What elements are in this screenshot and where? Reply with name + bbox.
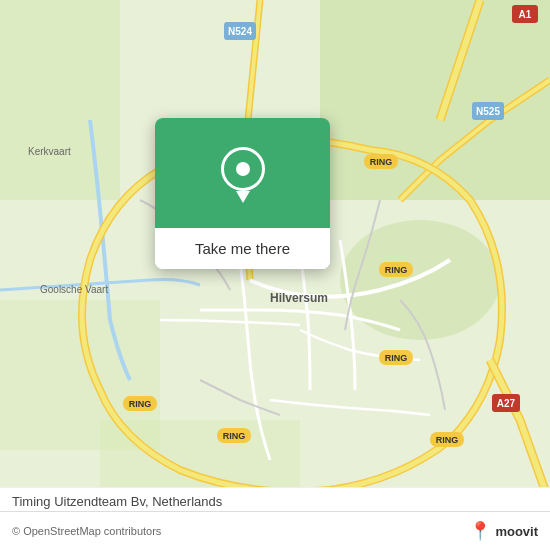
svg-text:N524: N524 xyxy=(228,26,252,37)
copyright-text: © OpenStreetMap contributors xyxy=(12,525,161,537)
map-roads: N524 A1 N525 A27 RING RING RING RING RIN… xyxy=(0,0,550,550)
pin-dot xyxy=(236,162,250,176)
svg-text:RING: RING xyxy=(223,431,246,441)
svg-text:Kerkvaart: Kerkvaart xyxy=(28,146,71,157)
svg-text:RING: RING xyxy=(436,435,459,445)
svg-text:Hilversum: Hilversum xyxy=(270,291,328,305)
brand-name: moovit xyxy=(495,524,538,539)
svg-rect-2 xyxy=(0,0,120,200)
company-name: Timing Uitzendteam Bv, Netherlands xyxy=(12,494,222,509)
map-container: N524 A1 N525 A27 RING RING RING RING RIN… xyxy=(0,0,550,550)
popup-header xyxy=(155,118,330,228)
bottom-bar: © OpenStreetMap contributors 📍 moovit xyxy=(0,511,550,550)
svg-text:A1: A1 xyxy=(519,9,532,20)
pin-tail xyxy=(236,191,250,203)
svg-text:RING: RING xyxy=(385,265,408,275)
svg-text:Goolsche Vaart: Goolsche Vaart xyxy=(40,284,108,295)
svg-text:RING: RING xyxy=(129,399,152,409)
take-me-there-button[interactable]: Take me there xyxy=(155,228,330,269)
popup-card: Take me there xyxy=(155,118,330,269)
brand-logo: 📍 moovit xyxy=(469,520,538,542)
svg-text:N525: N525 xyxy=(476,106,500,117)
svg-point-1 xyxy=(340,220,500,340)
location-pin xyxy=(221,147,265,199)
svg-text:A27: A27 xyxy=(497,398,516,409)
pin-circle xyxy=(221,147,265,191)
svg-text:RING: RING xyxy=(385,353,408,363)
svg-text:RING: RING xyxy=(370,157,393,167)
moovit-pin-icon: 📍 xyxy=(469,520,491,542)
